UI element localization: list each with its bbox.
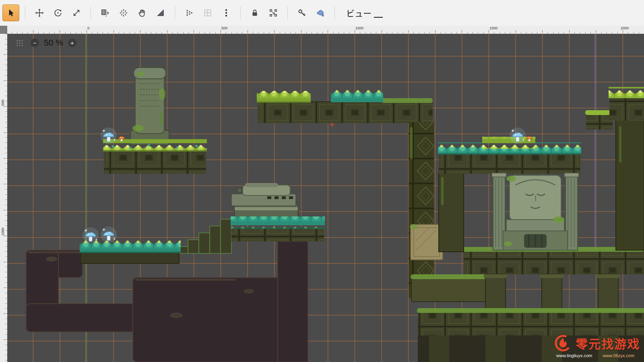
rotate-tool-button[interactable]	[50, 4, 66, 21]
grass-platform-right[interactable]	[438, 137, 581, 174]
map-canvas[interactable]: − 50 % + 零元找游戏 www.lingliuyx.com www.06z…	[7, 34, 644, 362]
view-menu-underline	[374, 17, 383, 18]
column-ledge[interactable]	[411, 274, 487, 302]
ruler-corner	[0, 26, 7, 34]
hand-icon	[137, 8, 147, 18]
view-menu-label: ビュー	[346, 6, 372, 21]
toolbar-separator	[287, 6, 288, 19]
toolbar-separator	[25, 6, 25, 19]
minus-icon: −	[33, 39, 37, 47]
scale-icon	[71, 8, 82, 18]
layer-order-button[interactable]	[97, 4, 114, 21]
snap-cross-icon	[118, 8, 129, 18]
zoom-in-button[interactable]: +	[68, 39, 76, 47]
grid-icon	[202, 8, 213, 18]
pan-tool-button[interactable]	[134, 4, 151, 21]
stone-face-statue[interactable]	[492, 173, 579, 250]
drag-handle-icon[interactable]	[16, 39, 23, 47]
level-scene	[7, 34, 644, 362]
ruler-tick-label: 1500	[489, 26, 497, 30]
angle-tool-button[interactable]	[152, 4, 169, 21]
blob-shape-icon	[315, 8, 326, 18]
cursor-icon	[6, 8, 16, 18]
snap-cross-button[interactable]	[115, 4, 132, 21]
mushroom-sprite[interactable]	[510, 128, 526, 144]
scale-tool-button[interactable]	[68, 4, 85, 21]
key-icon	[297, 8, 307, 18]
toolbar-separator	[91, 6, 91, 19]
watermark-logo-icon	[554, 334, 572, 352]
watermark-site-name: 零元找游戏	[576, 334, 640, 352]
move-icon	[34, 8, 45, 18]
triangle-ruler-icon	[155, 8, 166, 18]
snap-points-icon	[184, 8, 194, 18]
lock-icon	[250, 8, 260, 18]
key-tool-button[interactable]	[293, 4, 310, 21]
collision-shape-button[interactable]	[312, 4, 329, 21]
mushroom-sprite[interactable]	[101, 226, 117, 243]
snap-points-button[interactable]	[181, 4, 198, 21]
watermark-url-primary: www.lingliuyx.com	[556, 353, 592, 358]
move-tool-button[interactable]	[31, 4, 48, 21]
vertical-ruler[interactable]: 500 1000	[0, 34, 8, 362]
mushroom-sprite[interactable]	[101, 128, 117, 144]
more-options-button[interactable]	[218, 4, 235, 21]
ruler-tick-label: 1000	[355, 26, 363, 30]
snap-grid-icon	[268, 8, 279, 18]
layer-order-icon	[100, 8, 110, 18]
zoom-control: − 50 % +	[31, 38, 76, 47]
watermark-url-secondary: www.06zyx.com	[603, 353, 634, 358]
stone-monument[interactable]	[130, 68, 169, 145]
right-edge-pillar[interactable]	[616, 120, 644, 250]
ornate-column[interactable]	[409, 122, 434, 298]
grass-platform-center[interactable]	[231, 216, 325, 241]
right-platform-support[interactable]	[439, 173, 464, 252]
ruler-tick-label: 500	[1, 100, 5, 106]
ruler-tick-label: 2000	[621, 26, 629, 30]
snap-grid-button[interactable]	[265, 4, 282, 21]
grass-platform-left[interactable]	[103, 139, 207, 174]
toolbar-separator	[175, 6, 175, 19]
ruler-tick-label: 500	[221, 26, 227, 30]
top-grass-platform[interactable]	[257, 88, 433, 123]
rotate-icon	[53, 8, 63, 18]
main-toolbar: ビュー	[0, 0, 644, 26]
ruler-tick-label: 1000	[1, 228, 5, 236]
plus-icon: +	[70, 39, 74, 47]
zoom-level-value: 50 %	[44, 38, 63, 47]
view-menu-button[interactable]: ビュー	[341, 4, 388, 21]
select-tool-button[interactable]	[2, 4, 19, 21]
horizontal-ruler[interactable]: 0 500 1000 1500 2000	[7, 26, 644, 34]
grass-platform-lower-left[interactable]	[80, 241, 181, 263]
toolbar-separator	[240, 6, 241, 19]
stone-vehicle[interactable]	[231, 183, 298, 220]
mushroom-sprite[interactable]	[83, 227, 99, 243]
watermark: 零元找游戏 www.lingliuyx.com www.06zyx.com	[554, 334, 640, 358]
grid-toggle-button[interactable]	[199, 4, 216, 21]
stair-blocks[interactable]	[177, 219, 231, 253]
ruler-tick-label: 0	[87, 26, 89, 30]
toolbar-separator	[334, 6, 335, 19]
level-editor-window: ビュー 0 500 1000 1500 2000 500 1000	[0, 0, 644, 362]
lock-button[interactable]	[246, 4, 263, 21]
stone-block[interactable]	[410, 224, 443, 260]
ellipsis-icon	[221, 8, 231, 18]
zoom-out-button[interactable]: −	[31, 39, 39, 47]
